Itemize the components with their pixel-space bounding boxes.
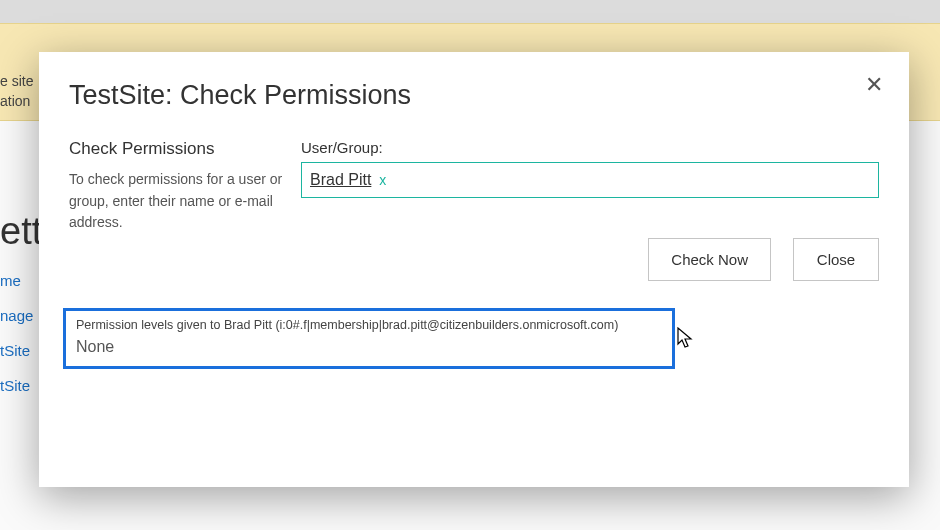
close-button[interactable]: Close [793,238,879,281]
user-group-label: User/Group: [301,139,879,156]
people-picker[interactable]: Brad Pitt x [301,162,879,198]
dialog-body: Check Permissions To check permissions f… [69,139,879,281]
close-icon[interactable]: ✕ [865,74,883,96]
section-description: To check permissions for a user or group… [69,169,287,234]
section-heading: Check Permissions [69,139,287,159]
check-permissions-dialog: ✕ TestSite: Check Permissions Check Perm… [39,52,909,487]
dialog-title: TestSite: Check Permissions [69,80,879,111]
picked-user-chip[interactable]: Brad Pitt [310,171,371,189]
form-column: User/Group: Brad Pitt x Check Now Close [301,139,879,281]
user-group-input[interactable] [392,163,870,197]
instructions-column: Check Permissions To check permissions f… [69,139,287,281]
results-value: None [76,338,662,356]
check-now-button[interactable]: Check Now [648,238,771,281]
dialog-button-row: Check Now Close [301,238,879,281]
remove-user-icon[interactable]: x [379,172,386,188]
permission-results: Permission levels given to Brad Pitt (i:… [63,308,675,369]
results-header: Permission levels given to Brad Pitt (i:… [76,318,662,332]
modal-backdrop: ✕ TestSite: Check Permissions Check Perm… [0,0,940,530]
